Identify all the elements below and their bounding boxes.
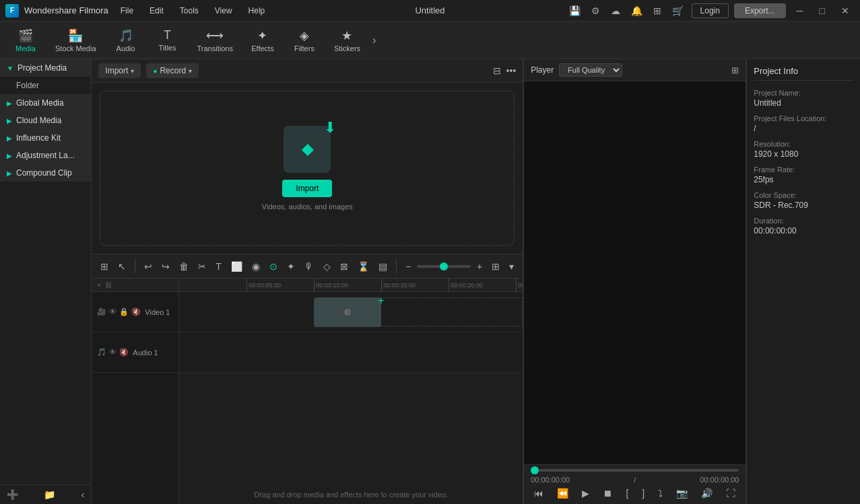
toolbar-stickers[interactable]: ★Stickers [326,24,368,57]
sidebar-collapse-icon[interactable]: ‹ [81,489,85,500]
record-button[interactable]: ● Record ▾ [146,63,199,78]
mark-out-icon[interactable]: ] [639,487,647,500]
toolbar-titles[interactable]: TTitles [147,24,188,56]
sidebar-label-influence-kit: Influence Kit [16,133,61,143]
progress-thumb[interactable] [531,466,539,474]
settings-icon[interactable]: ⚙ [589,4,603,17]
fullscreen-icon[interactable]: ⛶ [723,487,738,500]
sidebar-header-influence-kit[interactable]: ▶Influence Kit [0,129,91,147]
track-eye-icon[interactable]: 👁 [109,308,117,316]
track-camera-icon[interactable]: 🎥 [97,308,106,316]
sidebar-header-project-media[interactable]: ▼Project Media [0,59,91,77]
toolbar-filters[interactable]: ◈Filters [284,24,325,57]
layout-icon[interactable]: ⊞ [488,259,503,274]
toolbar-transitions[interactable]: ⟷Transitions [189,24,241,57]
record-dot-icon: ● [153,67,157,75]
track-mute2-icon[interactable]: 🔇 [119,348,129,357]
player-expand-icon[interactable]: ⊞ [731,65,739,75]
effects-icon: ✦ [257,28,267,43]
crop2-icon[interactable]: ▤ [375,259,391,274]
toolbar-more-icon[interactable]: › [370,32,378,49]
title-bar: F Wondershare Filmora FileEditToolsViewH… [0,0,860,22]
close-button[interactable]: ✕ [836,4,855,17]
skip-back-icon[interactable]: ⏮ [531,487,546,500]
step-back-icon[interactable]: ⏪ [554,487,571,500]
menu-item-help[interactable]: Help [242,3,272,18]
sidebar-new-folder-icon[interactable]: 📁 [44,489,55,500]
sidebar-header-cloud-media[interactable]: ▶Cloud Media [0,112,91,129]
audio-icon[interactable]: 🎙 [301,259,317,274]
track-add-icon[interactable]: + [97,281,101,289]
player-area [524,81,746,464]
quality-select[interactable]: Full Quality 1/2 Quality 1/4 Quality [559,63,622,77]
titlebar-right: 💾 ⚙ ☁ 🔔 ⊞ 🛒 Login Export... ─ □ ✕ [566,3,855,18]
mark-in-icon[interactable]: [ [623,487,631,500]
track-row-video1[interactable]: + [179,292,523,332]
menu-item-view[interactable]: View [208,3,239,18]
cloud-icon[interactable]: ☁ [608,4,623,17]
cart-icon[interactable]: 🛒 [669,4,686,17]
export-button[interactable]: Export... [734,3,786,18]
zoom-slider[interactable] [417,265,471,268]
more-options-icon[interactable]: ••• [506,65,517,76]
toolbar-audio[interactable]: 🎵Audio [106,24,146,57]
toolbar-media[interactable]: 🎬Media [5,24,46,57]
ctrl-row: ⏮ ⏪ ▶ ⏹ [ ] ⤵ 📷 🔊 ⛶ [531,487,739,500]
color-icon[interactable]: ◉ [249,259,263,274]
apps-icon[interactable]: ⊞ [651,4,664,17]
login-button[interactable]: Login [692,3,729,18]
filter-icon[interactable]: ⊟ [493,65,501,76]
backup-icon[interactable]: 💾 [566,4,583,17]
split-icon[interactable]: ⊠ [337,259,352,274]
arrow-icon-global-media: ▶ [7,100,12,107]
sidebar: ▼Project MediaFolder▶Global Media▶Cloud … [0,59,92,504]
layout-options-icon[interactable]: ▾ [506,259,517,274]
info-label: Color Space: [754,191,853,199]
track-link-icon[interactable]: ⛓ [105,281,112,289]
text-icon[interactable]: T [212,259,225,274]
ruler-mark: 00:00:25:00 [516,279,523,291]
progress-bar[interactable] [531,469,739,472]
snap-icon[interactable]: ⊙ [266,259,281,274]
maximize-button[interactable]: □ [814,4,830,17]
toolbar-effects[interactable]: ✦Effects [242,24,283,57]
crop-icon[interactable]: ⬜ [228,259,246,274]
track-lock-icon[interactable]: 🔒 [119,308,129,316]
track-audio-icon[interactable]: 🎵 [97,348,106,357]
undo-icon[interactable]: ↩ [141,259,156,274]
track-mute-icon[interactable]: 🔇 [131,308,141,316]
stop-icon[interactable]: ⏹ [600,487,615,500]
track-eye2-icon[interactable]: 👁 [109,348,117,357]
cut-icon[interactable]: ✂ [195,259,209,274]
titles-label: Titles [159,44,176,52]
sidebar-header-compound-clip[interactable]: ▶Compound Clip [0,164,91,182]
play-icon[interactable]: ▶ [579,487,592,500]
keyframe-icon[interactable]: ◇ [320,259,334,274]
menu-item-file[interactable]: File [114,3,140,18]
speed-icon[interactable]: ⌛ [354,259,372,274]
sidebar-header-global-media[interactable]: ▶Global Media [0,94,91,112]
select-tool-icon[interactable]: ↖ [114,259,129,274]
sidebar-add-folder-icon[interactable]: ➕ [7,489,18,500]
snapshot-icon[interactable]: 📷 [673,487,690,500]
add-to-timeline-icon[interactable]: ⤵ [655,487,665,500]
zoom-in-icon[interactable]: + [473,259,486,274]
drop-zone[interactable]: ⬇ ◆ Import Videos, audios, and images [100,91,515,246]
notification-icon[interactable]: 🔔 [628,4,645,17]
zoom-out-icon[interactable]: − [402,259,414,274]
scene-detect-icon[interactable]: ⊞ [97,259,112,274]
ruler-mark: 00:00:05:00 [246,279,281,291]
import-button[interactable]: Import ▾ [98,63,141,78]
sidebar-item-folder[interactable]: Folder [0,77,91,94]
track-row-audio1[interactable] [179,332,523,373]
minimize-button[interactable]: ─ [791,4,809,17]
sidebar-header-adjustment-la[interactable]: ▶Adjustment La... [0,147,91,164]
toolbar-stock[interactable]: 🏪Stock Media [47,24,104,57]
stab-icon[interactable]: ✦ [284,259,298,274]
delete-icon[interactable]: 🗑 [176,259,192,274]
redo-icon[interactable]: ↪ [158,259,173,274]
menu-item-edit[interactable]: Edit [143,3,170,18]
volume-icon[interactable]: 🔊 [698,487,715,500]
menu-item-tools[interactable]: Tools [173,3,205,18]
import-zone-button[interactable]: Import [282,180,332,197]
